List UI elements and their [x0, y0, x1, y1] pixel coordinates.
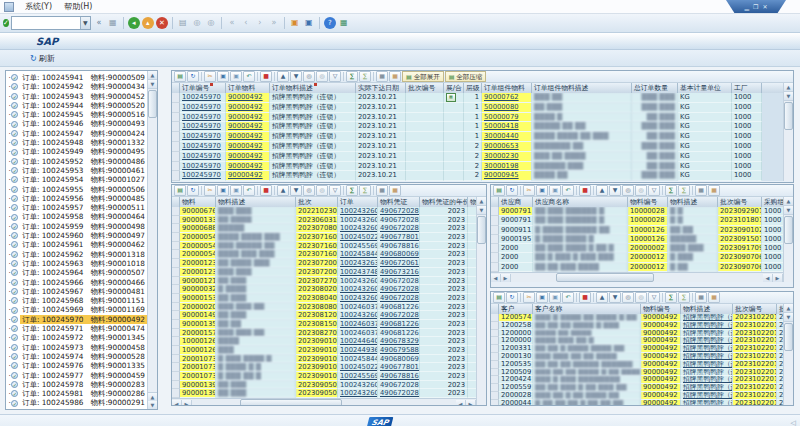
restore-icon[interactable]: ❐ [753, 3, 758, 10]
vertical-scrollbar[interactable]: ▲▼ [476, 197, 486, 406]
system-menu-icon[interactable] [4, 2, 14, 12]
cell-batch[interactable]: 2023081208 [296, 311, 338, 320]
sort-asc-icon[interactable]: ▲ [277, 185, 289, 196]
cell-material-number[interactable]: 90000492 [641, 314, 681, 322]
refresh-icon[interactable]: ↻ [506, 292, 518, 303]
find-next-icon[interactable]: ◎ [316, 185, 328, 196]
tree-item[interactable]: ·✓订单: 100245953 物料:90000461 [8, 166, 147, 175]
tree-item[interactable]: ·✓订单: 100245941 物料:90000509 [8, 73, 147, 82]
cell-material-doc[interactable]: 4906800692 [378, 250, 420, 259]
column-header-material[interactable]: 物料 [180, 197, 216, 207]
cell-batch[interactable]: 2023090102 [296, 346, 338, 355]
tree-item[interactable]: ·✓订单: 100245977 物料:90000459 [8, 371, 147, 380]
cell-batch-number[interactable]: 2023102201 [733, 400, 777, 406]
tree-item[interactable]: ·✓订单: 100245952 物料:90000486 [8, 157, 147, 166]
cell-batch[interactable]: 2023080403 [296, 294, 338, 303]
cell-material-doc[interactable]: 4906720286 [378, 224, 420, 233]
find-icon[interactable]: ◎ [303, 185, 315, 196]
cell-material-desc[interactable]: 招牌黑鸭鸭脖（连锁） [681, 376, 733, 384]
cell-material-desc[interactable]: 招牌黑鸭鸭脖（连锁） [681, 369, 733, 377]
subtotal-icon[interactable]: ∑ [359, 185, 371, 196]
status-expand-icon[interactable]: ◁ [791, 419, 796, 426]
tree-item[interactable]: ·✓订单: 100245947 物料:90000424 [8, 129, 147, 138]
cell-order[interactable]: 100243260 [338, 216, 378, 225]
cell-material-number[interactable]: 90000492 [641, 353, 681, 361]
sort-asc-icon[interactable]: ▲ [277, 71, 289, 82]
tree-item[interactable]: ·✓订单: 100245962 物料:90001318 [8, 250, 147, 259]
cell-order-material[interactable]: 90000492 [226, 152, 270, 162]
back-icon[interactable]: ◂ [128, 17, 140, 29]
column-header-row-selector[interactable] [172, 197, 180, 207]
column-header-material-number[interactable]: 物料编号 [628, 197, 668, 207]
cell-material-doc[interactable]: 4906800692 [378, 355, 420, 364]
cell-material-number[interactable]: 90000492 [641, 384, 681, 392]
cell-material-doc[interactable]: 4906778010 [378, 363, 420, 372]
cell-component-material[interactable]: 90000653 [482, 142, 532, 152]
cell-batch[interactable]: 2023072003 [296, 259, 338, 268]
tree-item[interactable]: ·✓订单: 100245954 物料:90001027 [8, 175, 147, 184]
cell-component-material[interactable]: 50000079 [482, 113, 532, 123]
cell-material-doc[interactable]: 4906795886 [378, 346, 420, 355]
cell-batch-number[interactable]: 2023091501 [718, 235, 762, 244]
tree-item[interactable]: ·✓订单: 100245971 物料:90000474 [8, 324, 147, 333]
cell-order-material[interactable]: 90000492 [226, 171, 270, 181]
cell-batch-number[interactable]: 2023102201 [733, 345, 777, 353]
cell-batch[interactable]: 2022102302 [296, 207, 338, 216]
export-icon[interactable]: ▦ [695, 185, 707, 196]
cell-material[interactable]: 90000139 [180, 389, 216, 398]
cell-material[interactable]: 20000020 [180, 303, 216, 312]
column-header-material-desc[interactable]: 物料描述 [681, 304, 733, 314]
cell-order-number[interactable]: 100245970 [180, 171, 226, 181]
column-header-plant[interactable]: 工厂 [732, 83, 762, 93]
cell-material-number[interactable]: 10000126 [628, 226, 668, 235]
cell-material-doc[interactable]: 4906720286 [378, 207, 420, 216]
cell-order[interactable]: 100245569 [338, 242, 378, 251]
find-next-icon[interactable]: ◎ [635, 185, 647, 196]
cell-material-number[interactable]: 90000492 [641, 400, 681, 406]
horizontal-scrollbar[interactable]: ◀▶◀▶ [491, 272, 783, 282]
find-next-icon[interactable]: ◎ [316, 71, 328, 82]
continue-icon[interactable]: « [93, 17, 105, 29]
tree-item[interactable]: ·✓订单: 100245986 物料:90000291 [8, 398, 147, 407]
cell-batch[interactable]: 2023090506 [296, 389, 338, 398]
cell-material-desc[interactable]: 招牌黑鸭鸭脖（连锁） [681, 322, 733, 330]
cell-material[interactable]: 20001073 [180, 372, 216, 381]
menu-item-help[interactable]: 帮助(H) [58, 2, 98, 11]
column-header-batch-number[interactable]: 批次编号 [406, 83, 444, 93]
tree-item[interactable]: ·✓订单: 100245978 物料:90000283 [8, 380, 147, 389]
cell-batch[interactable]: 2023090106 [296, 363, 338, 372]
cell-batch[interactable]: 2023071602 [296, 242, 338, 251]
tree-item[interactable]: ·✓订单: 100245969 物料:90001169 [8, 305, 147, 314]
tree-item[interactable]: ·✓订单: 100245964 物料:90000507 [8, 268, 147, 277]
tree-item[interactable]: ·✓订单: 100245949 物料:90000495 [8, 147, 147, 156]
find-icon[interactable]: ◎ [622, 292, 634, 303]
cell-material[interactable]: 90000032 [180, 285, 216, 294]
filter-icon[interactable]: ▽ [648, 185, 660, 196]
prev-page-icon[interactable]: ‹ [240, 17, 252, 29]
cell-batch[interactable]: 2023060311 [296, 216, 338, 225]
scroll-left-icon[interactable]: ◀ [491, 274, 501, 282]
cell-order-number[interactable]: 100245970 [180, 152, 226, 162]
cell-batch[interactable]: 2023072708 [296, 277, 338, 286]
cell-batch[interactable]: 2023081501 [296, 320, 338, 329]
tree-item[interactable]: ·✓订单: 100245974 物料:90000528 [8, 352, 147, 361]
cell-batch-number[interactable]: 2023090706 [718, 263, 762, 272]
cell-material-number[interactable]: 20000002 [628, 244, 668, 253]
column-header-base-unit[interactable]: 基本计量单位 [678, 83, 732, 93]
cell-material[interactable]: 20000123 [180, 268, 216, 277]
cell-material-number[interactable]: 20000012 [628, 263, 668, 272]
cell-material-desc[interactable]: 招牌黑鸭鸭脖（连锁） [681, 392, 733, 400]
vertical-scrollbar[interactable]: ▲▼ [783, 83, 793, 181]
column-header-component-material[interactable]: 订单组件物料 [482, 83, 532, 93]
cell-material[interactable]: 20001073 [180, 363, 216, 372]
sort-desc-icon[interactable]: ▼ [609, 185, 621, 196]
subtotal-icon[interactable]: ∑ [359, 71, 371, 82]
cell-component-material[interactable]: 30000440 [482, 132, 532, 142]
sort-desc-icon[interactable]: ▼ [290, 71, 302, 82]
cell-order-material[interactable]: 90000492 [226, 113, 270, 123]
cell-material-doc[interactable]: 4906720286 [378, 216, 420, 225]
new-session-icon[interactable]: ▣ [289, 17, 301, 29]
tree-item[interactable]: ·✓订单: 100245970 物料:90000492 [8, 315, 147, 324]
scroll-thumb[interactable] [148, 90, 157, 118]
cell-material-number[interactable]: 90000492 [641, 337, 681, 345]
